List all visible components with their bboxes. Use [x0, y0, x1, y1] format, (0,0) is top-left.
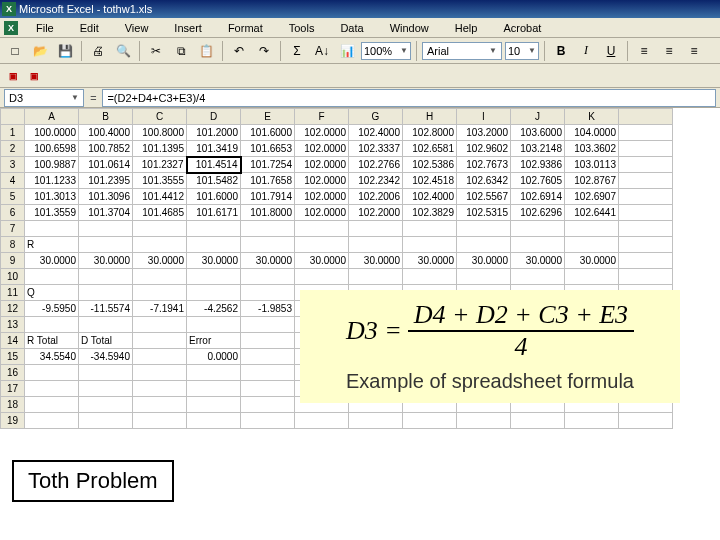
cell-E5[interactable]: 101.7914: [241, 189, 295, 205]
cell-K6[interactable]: 102.6441: [565, 205, 619, 221]
cell-I7[interactable]: [457, 221, 511, 237]
cell-B8[interactable]: [79, 237, 133, 253]
cell-D3[interactable]: 101.4514: [187, 157, 241, 173]
cell-G19[interactable]: [349, 413, 403, 429]
cell-blank[interactable]: [619, 269, 673, 285]
row-header-3[interactable]: 3: [1, 157, 25, 173]
cell-F10[interactable]: [295, 269, 349, 285]
cell-blank[interactable]: [619, 173, 673, 189]
copy-icon[interactable]: ⧉: [170, 40, 192, 62]
cell-D13[interactable]: [187, 317, 241, 333]
cell-A2[interactable]: 100.6598: [25, 141, 79, 157]
corner-cell[interactable]: [1, 109, 25, 125]
cell-B3[interactable]: 101.0614: [79, 157, 133, 173]
cell-J3[interactable]: 102.9386: [511, 157, 565, 173]
menu-help[interactable]: Help: [443, 20, 490, 36]
row-header-4[interactable]: 4: [1, 173, 25, 189]
row-header-1[interactable]: 1: [1, 125, 25, 141]
cell-K7[interactable]: [565, 221, 619, 237]
zoom-select[interactable]: 100%▼: [361, 42, 411, 60]
align-right-icon[interactable]: ≡: [683, 40, 705, 62]
cell-A18[interactable]: [25, 397, 79, 413]
cell-D18[interactable]: [187, 397, 241, 413]
menu-window[interactable]: Window: [378, 20, 441, 36]
row-header-16[interactable]: 16: [1, 365, 25, 381]
cell-K19[interactable]: [565, 413, 619, 429]
cell-K9[interactable]: 30.0000: [565, 253, 619, 269]
cell-I9[interactable]: 30.0000: [457, 253, 511, 269]
menu-file[interactable]: File: [24, 20, 66, 36]
menu-data[interactable]: Data: [328, 20, 375, 36]
cell-B12[interactable]: -11.5574: [79, 301, 133, 317]
row-header-15[interactable]: 15: [1, 349, 25, 365]
cell-B7[interactable]: [79, 221, 133, 237]
row-header-11[interactable]: 11: [1, 285, 25, 301]
cell-C5[interactable]: 101.4412: [133, 189, 187, 205]
sum-icon[interactable]: Σ: [286, 40, 308, 62]
cell-A12[interactable]: -9.5950: [25, 301, 79, 317]
cell-C14[interactable]: [133, 333, 187, 349]
cell-I2[interactable]: 102.9602: [457, 141, 511, 157]
cell-I6[interactable]: 102.5315: [457, 205, 511, 221]
cell-H2[interactable]: 102.6581: [403, 141, 457, 157]
cell-blank[interactable]: [619, 157, 673, 173]
cell-C4[interactable]: 101.3555: [133, 173, 187, 189]
menu-format[interactable]: Format: [216, 20, 275, 36]
cell-A5[interactable]: 101.3013: [25, 189, 79, 205]
cell-C13[interactable]: [133, 317, 187, 333]
cell-J10[interactable]: [511, 269, 565, 285]
cell-C18[interactable]: [133, 397, 187, 413]
col-header-I[interactable]: I: [457, 109, 511, 125]
cell-B4[interactable]: 101.2395: [79, 173, 133, 189]
cell-G7[interactable]: [349, 221, 403, 237]
cell-F19[interactable]: [295, 413, 349, 429]
row-header-5[interactable]: 5: [1, 189, 25, 205]
cell-B13[interactable]: [79, 317, 133, 333]
cell-A10[interactable]: [25, 269, 79, 285]
paste-icon[interactable]: 📋: [195, 40, 217, 62]
cell-C16[interactable]: [133, 365, 187, 381]
cell-blank[interactable]: [619, 237, 673, 253]
cut-icon[interactable]: ✂: [145, 40, 167, 62]
cell-A9[interactable]: 30.0000: [25, 253, 79, 269]
cell-A4[interactable]: 101.1233: [25, 173, 79, 189]
cell-E12[interactable]: -1.9853: [241, 301, 295, 317]
cell-G2[interactable]: 102.3337: [349, 141, 403, 157]
menu-view[interactable]: View: [113, 20, 161, 36]
cell-H8[interactable]: [403, 237, 457, 253]
row-header-19[interactable]: 19: [1, 413, 25, 429]
cell-C17[interactable]: [133, 381, 187, 397]
cell-E4[interactable]: 101.7658: [241, 173, 295, 189]
cell-C6[interactable]: 101.4685: [133, 205, 187, 221]
cell-H1[interactable]: 102.8000: [403, 125, 457, 141]
new-icon[interactable]: □: [4, 40, 26, 62]
cell-K8[interactable]: [565, 237, 619, 253]
underline-button[interactable]: U: [600, 40, 622, 62]
cell-G8[interactable]: [349, 237, 403, 253]
cell-C1[interactable]: 100.8000: [133, 125, 187, 141]
menu-insert[interactable]: Insert: [162, 20, 214, 36]
cell-A19[interactable]: [25, 413, 79, 429]
cell-A17[interactable]: [25, 381, 79, 397]
cell-I3[interactable]: 102.7673: [457, 157, 511, 173]
cell-blank[interactable]: [619, 205, 673, 221]
col-header-B[interactable]: B: [79, 109, 133, 125]
row-header-18[interactable]: 18: [1, 397, 25, 413]
cell-C10[interactable]: [133, 269, 187, 285]
font-size-select[interactable]: 10▼: [505, 42, 539, 60]
cell-J8[interactable]: [511, 237, 565, 253]
italic-button[interactable]: I: [575, 40, 597, 62]
cell-C15[interactable]: [133, 349, 187, 365]
align-center-icon[interactable]: ≡: [658, 40, 680, 62]
col-header-blank[interactable]: [619, 109, 673, 125]
cell-B16[interactable]: [79, 365, 133, 381]
cell-K5[interactable]: 102.6907: [565, 189, 619, 205]
cell-B9[interactable]: 30.0000: [79, 253, 133, 269]
row-header-8[interactable]: 8: [1, 237, 25, 253]
cell-H19[interactable]: [403, 413, 457, 429]
row-header-17[interactable]: 17: [1, 381, 25, 397]
cell-A3[interactable]: 100.9887: [25, 157, 79, 173]
cell-K4[interactable]: 102.8767: [565, 173, 619, 189]
cell-H10[interactable]: [403, 269, 457, 285]
cell-A13[interactable]: [25, 317, 79, 333]
